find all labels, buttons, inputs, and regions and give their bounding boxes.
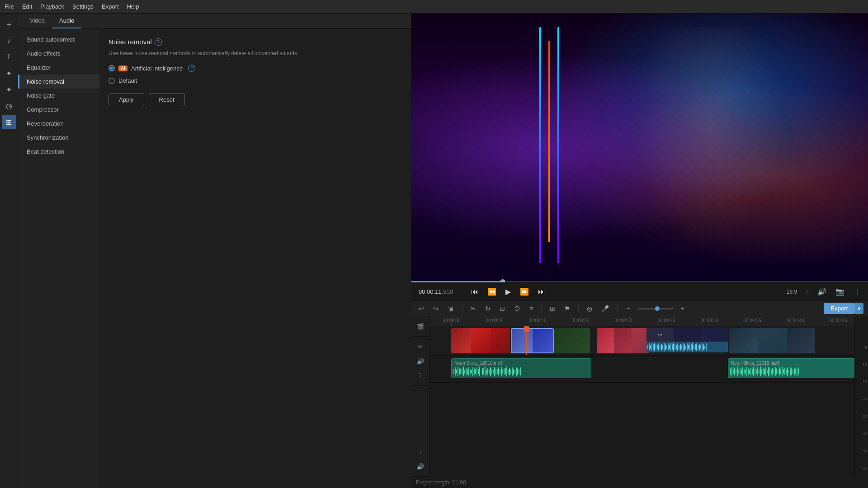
ruler-mark-6: 00:00:30 <box>709 316 709 326</box>
skip-end-button[interactable]: ⏭ <box>536 287 547 297</box>
timeline-side-bottom: ♪ 🔊 <box>411 442 429 477</box>
timeline-import-icon[interactable]: ⤵ <box>414 369 427 382</box>
sidebar-item-noise-removal[interactable]: Noise removal <box>18 75 99 89</box>
zoom-in-icon[interactable]: ＋ <box>677 303 688 314</box>
timeline-side-audio: 👁 🔊 ⤵ <box>411 337 429 386</box>
video-clip-3[interactable] <box>554 328 590 353</box>
video-clip-4[interactable] <box>597 328 649 353</box>
preview-playhead-dot[interactable] <box>500 279 505 282</box>
sticker-icon[interactable]: ✦ <box>2 66 16 80</box>
db-label-5: -30 <box>856 414 867 419</box>
separator-3 <box>578 304 579 313</box>
ruler-mark-1: 00:00:05 <box>494 316 495 326</box>
text-icon[interactable]: T <box>2 50 16 64</box>
menu-help[interactable]: Help <box>127 3 139 10</box>
play-button[interactable]: ▶ <box>504 286 513 297</box>
video-clip-5[interactable]: ▪▪▪ <box>646 328 728 342</box>
sidebar-item-audio-effects[interactable]: Audio effects <box>18 47 99 61</box>
cut-button[interactable]: ✂ <box>468 304 479 314</box>
tab-video[interactable]: Video <box>23 14 52 28</box>
crop-button[interactable]: ⊡ <box>497 304 508 314</box>
timeline-audio-icon[interactable]: 🔊 <box>414 355 427 367</box>
adjust-button[interactable]: ≡ <box>527 304 536 314</box>
overlay-button[interactable]: ⊞ <box>547 304 558 314</box>
volume-icon[interactable]: 🔊 <box>817 287 826 296</box>
db-label-3: -15 <box>856 380 867 384</box>
project-length-label: Project length: <box>416 479 451 486</box>
rotate-button[interactable]: ↻ <box>482 304 493 314</box>
reset-button[interactable]: Reset <box>149 93 185 106</box>
default-option[interactable]: Default <box>108 77 402 84</box>
zoom-out-icon[interactable]: － <box>623 303 634 314</box>
apply-button[interactable]: Apply <box>108 93 144 106</box>
menu-file[interactable]: File <box>5 3 14 10</box>
step-forward-button[interactable]: ⏩ <box>518 286 531 297</box>
preview-seekbar[interactable] <box>411 281 868 282</box>
audio-waveform-1 <box>452 367 591 376</box>
playhead[interactable] <box>526 326 527 355</box>
ruler-mark-5: 00:00:25 <box>666 316 666 326</box>
sidebar-item-sound-autocorrect[interactable]: Sound autocorrect <box>18 33 99 47</box>
separator-1 <box>462 304 462 313</box>
menu-export[interactable]: Export <box>102 3 119 10</box>
music-icon[interactable]: ♪ <box>2 33 16 48</box>
audio-clip-2-label: Neon Skies_12010.mp3 <box>731 361 779 366</box>
icon-bar: ＋ ♪ T ✦ ✦ ◷ ⊞ <box>0 14 18 488</box>
zoom-slider[interactable] <box>637 308 674 310</box>
sidebar-item-reverberation[interactable]: Reverberation <box>18 117 99 131</box>
video-audio-wave <box>646 342 728 352</box>
sidebar-item-compressor[interactable]: Compressor <box>18 103 99 117</box>
ai-badge: AI <box>118 66 127 71</box>
mic-button[interactable]: 🎤 <box>599 304 612 314</box>
video-clip-2[interactable] <box>511 328 554 353</box>
sidebar-item-equalizer[interactable]: Equalizer <box>18 61 99 75</box>
sidebar-item-noise-gate[interactable]: Noise gate <box>18 89 99 103</box>
db-label-4: -20 <box>856 397 867 401</box>
default-label: Default <box>118 77 137 84</box>
playhead-top <box>524 326 529 332</box>
menu-settings[interactable]: Settings <box>72 3 94 10</box>
snap-button[interactable]: ◎ <box>584 304 595 314</box>
time-display: 00:00:11.500 <box>419 288 464 295</box>
ai-help-icon[interactable]: ? <box>188 65 195 72</box>
time-ruler[interactable]: 00:00:00 00:00:05 00:00:10 00:00:15 00:0… <box>429 316 854 326</box>
audio-clip-2[interactable]: Neon Skies_12010.mp3 <box>728 358 854 378</box>
delete-button[interactable]: 🗑 <box>445 304 457 314</box>
skip-start-button[interactable]: ⏮ <box>469 287 480 297</box>
menu-edit[interactable]: Edit <box>22 3 32 10</box>
help-icon[interactable]: ? <box>155 38 162 46</box>
db-label-6: -40 <box>856 432 867 436</box>
timeline-eye-icon[interactable]: 👁 <box>414 340 427 353</box>
preview-area: 00:00:11.500 ⏮ ⏪ ▶ ⏩ ⏭ 16:9 ▼ 🔊 📷 ⋮ <box>411 14 868 300</box>
menu-playback[interactable]: Playback <box>40 3 64 10</box>
video-clip-1[interactable] <box>451 328 510 353</box>
default-radio[interactable] <box>108 78 115 84</box>
timeline-music-icon[interactable]: ♪ <box>414 446 427 458</box>
project-length-value: 01:00 <box>453 479 466 486</box>
effects-icon[interactable]: ⊞ <box>2 115 16 129</box>
redo-button[interactable]: ↪ <box>430 304 441 314</box>
more-options-icon[interactable]: ⋮ <box>854 287 861 296</box>
audio-clip-1[interactable]: Neon Skies_12010.mp3 <box>451 358 591 378</box>
timer-button[interactable]: ⏱ <box>511 304 523 314</box>
ai-radio[interactable] <box>108 65 115 71</box>
clock-icon[interactable]: ◷ <box>2 99 16 113</box>
video-clip-6[interactable] <box>729 328 815 353</box>
timeline-video-icon[interactable]: 🎬 <box>414 320 427 333</box>
person-area <box>617 27 800 269</box>
magic-icon[interactable]: ✦ <box>2 82 16 97</box>
tab-audio[interactable]: Audio <box>52 14 81 28</box>
ai-option[interactable]: AI Artificial intelligence ? <box>108 65 402 72</box>
flag-button[interactable]: ⚑ <box>561 304 573 314</box>
sidebar-item-beat-detection[interactable]: Beat detection <box>18 145 99 159</box>
sidebar-item-synchronization[interactable]: Synchronization <box>18 131 99 145</box>
screenshot-icon[interactable]: 📷 <box>835 287 844 296</box>
export-button[interactable]: Export <box>824 303 855 314</box>
ruler-mark-9: 00:00:45 <box>838 316 838 326</box>
timeline-vol-icon[interactable]: 🔊 <box>414 460 427 473</box>
export-dropdown-button[interactable]: ▼ <box>855 303 863 314</box>
undo-button[interactable]: ↩ <box>416 304 427 314</box>
status-bar: Project length: 01:00 <box>411 477 868 488</box>
add-icon[interactable]: ＋ <box>2 17 16 32</box>
step-back-button[interactable]: ⏪ <box>486 286 498 297</box>
